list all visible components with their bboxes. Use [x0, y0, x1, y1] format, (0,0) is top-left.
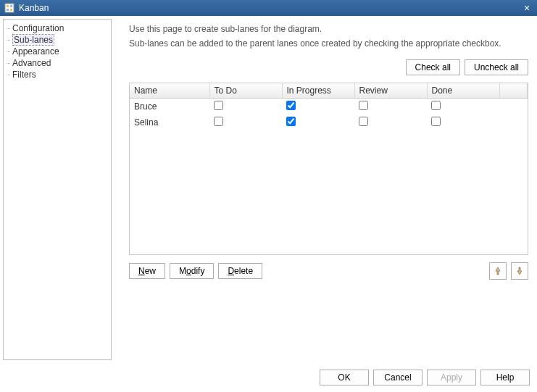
btn-rest: elete [234, 266, 253, 276]
btn-rest: dify [191, 266, 205, 276]
cancel-button[interactable]: Cancel [373, 370, 422, 385]
description-line-1: Use this page to create sub-lanes for th… [129, 23, 528, 35]
sidebar-item-label: Configuration [12, 23, 64, 33]
sidebar-item-filters[interactable]: Filters [4, 69, 111, 80]
description-line-2: Sub-lanes can be added to the parent lan… [129, 38, 528, 49]
mnemonic: o [186, 266, 191, 276]
delete-button[interactable]: Delete [218, 263, 262, 279]
cell-name: Selina [130, 114, 209, 130]
hand-up-icon [493, 266, 503, 276]
mnemonic: N [138, 266, 145, 276]
sidebar-item-appearance[interactable]: Appearance [4, 46, 111, 57]
svg-rect-4 [10, 9, 12, 11]
table-header-row: Name To Do In Progress Review Done [130, 83, 528, 99]
checkbox-todo[interactable] [214, 101, 223, 110]
sidebar-item-label: Sub-lanes [12, 34, 54, 46]
table-row[interactable]: Selina [130, 114, 528, 130]
sidebar-item-label: Appearance [12, 46, 59, 57]
checkbox-review[interactable] [359, 101, 368, 110]
checkbox-done[interactable] [431, 101, 441, 110]
dialog-footer: OK Cancel Apply Help [0, 363, 537, 392]
svg-rect-3 [7, 9, 9, 11]
svg-rect-1 [7, 5, 9, 7]
checkbox-inprogress[interactable] [286, 101, 296, 110]
btn-rest: ew [145, 266, 156, 276]
checkbox-review[interactable] [359, 117, 368, 126]
close-icon[interactable]: × [521, 2, 533, 14]
sidebar-item-sub-lanes[interactable]: Sub-lanes [4, 34, 111, 46]
ok-button[interactable]: OK [320, 370, 369, 385]
hand-down-icon [515, 266, 525, 276]
modify-button[interactable]: Modify [170, 263, 214, 279]
cell-name: Bruce [130, 99, 209, 115]
sidebar: Configuration Sub-lanes Appearance Advan… [3, 19, 112, 360]
sidebar-item-advanced[interactable]: Advanced [4, 57, 111, 69]
sidebar-item-label: Advanced [12, 58, 51, 68]
uncheck-all-button[interactable]: Uncheck all [465, 59, 528, 75]
checkbox-done[interactable] [431, 117, 441, 126]
move-up-button[interactable] [489, 262, 507, 280]
titlebar: Kanban × [0, 0, 537, 16]
col-review[interactable]: Review [354, 83, 427, 99]
sidebar-item-label: Filters [12, 70, 36, 80]
col-todo[interactable]: To Do [209, 83, 282, 99]
col-done[interactable]: Done [427, 83, 499, 99]
app-icon [4, 3, 14, 13]
mnemonic: D [228, 266, 234, 276]
checkbox-todo[interactable] [214, 117, 223, 126]
svg-rect-0 [5, 4, 14, 12]
sidebar-item-configuration[interactable]: Configuration [4, 22, 111, 34]
col-inprogress[interactable]: In Progress [282, 83, 354, 99]
svg-rect-2 [10, 5, 12, 7]
window-title: Kanban [19, 3, 521, 13]
check-all-button[interactable]: Check all [406, 59, 460, 75]
sublanes-table: Name To Do In Progress Review Done Bruce [129, 83, 528, 255]
col-spacer [499, 83, 528, 99]
col-name[interactable]: Name [130, 83, 209, 99]
move-down-button[interactable] [511, 262, 528, 280]
apply-button[interactable]: Apply [427, 370, 476, 385]
btn-pre: M [179, 266, 186, 276]
new-button[interactable]: New [129, 263, 165, 279]
checkbox-inprogress[interactable] [286, 117, 296, 126]
help-button[interactable]: Help [480, 370, 530, 385]
table-row[interactable]: Bruce [130, 99, 528, 115]
main-panel: Use this page to create sub-lanes for th… [112, 16, 537, 363]
